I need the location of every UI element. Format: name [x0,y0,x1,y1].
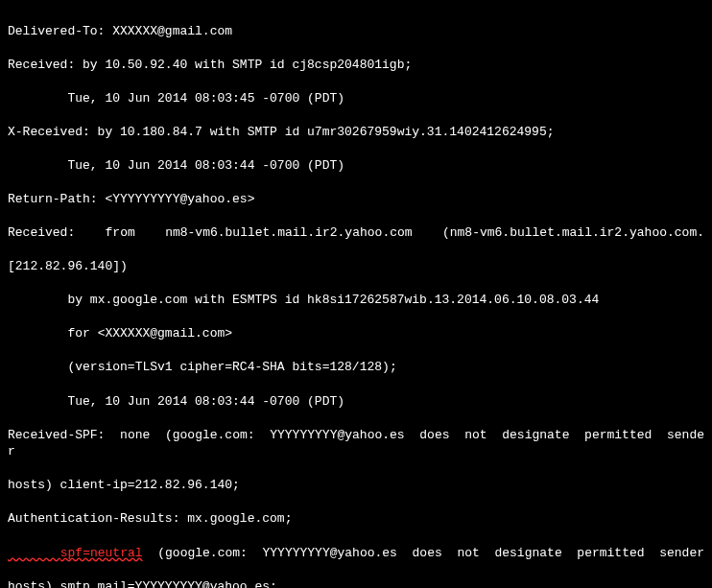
header-x-received-b: Tue, 10 Jun 2014 08:03:44 -0700 (PDT) [8,157,704,175]
auth-spf-neutral-line-b: hosts) smtp.mail=YYYYYYYYY@yahoo.es; [8,578,704,588]
auth-spf-neutral-line: spf=neutral (google.com: YYYYYYYYY@yahoo… [8,545,704,562]
header-received-1b: Tue, 10 Jun 2014 08:03:45 -0700 (PDT) [8,90,704,107]
header-received-2a: Received: from nm8-vm6.bullet.mail.ir2.y… [8,224,704,242]
email-headers-block: Delivered-To: XXXXXX@gmail.com Received:… [0,0,712,588]
header-delivered-to: Delivered-To: XXXXXX@gmail.com [8,23,704,40]
header-received-spf-b: hosts) client-ip=212.82.96.140; [8,477,704,494]
header-received-spf-a: Received-SPF: none (google.com: YYYYYYYY… [8,427,704,460]
header-received-2b: [212.82.96.140]) [8,258,704,275]
header-return-path: Return-Path: <YYYYYYYYY@yahoo.es> [8,191,704,208]
header-x-received-a: X-Received: by 10.180.84.7 with SMTP id … [8,124,704,141]
header-auth-results: Authentication-Results: mx.google.com; [8,510,704,528]
header-received-2d: for <XXXXXX@gmail.com> [8,325,704,342]
spf-neutral-rest: (google.com: YYYYYYYYY@yahoo.es does not… [143,546,704,560]
header-received-2f: Tue, 10 Jun 2014 08:03:44 -0700 (PDT) [8,393,704,411]
spf-neutral-label: spf=neutral [8,546,143,560]
header-received-2c: by mx.google.com with ESMTPS id hk8si172… [8,292,704,309]
header-received-2e: (version=TLSv1 cipher=RC4-SHA bits=128/1… [8,359,704,376]
header-received-1a: Received: by 10.50.92.40 with SMTP id cj… [8,57,704,74]
